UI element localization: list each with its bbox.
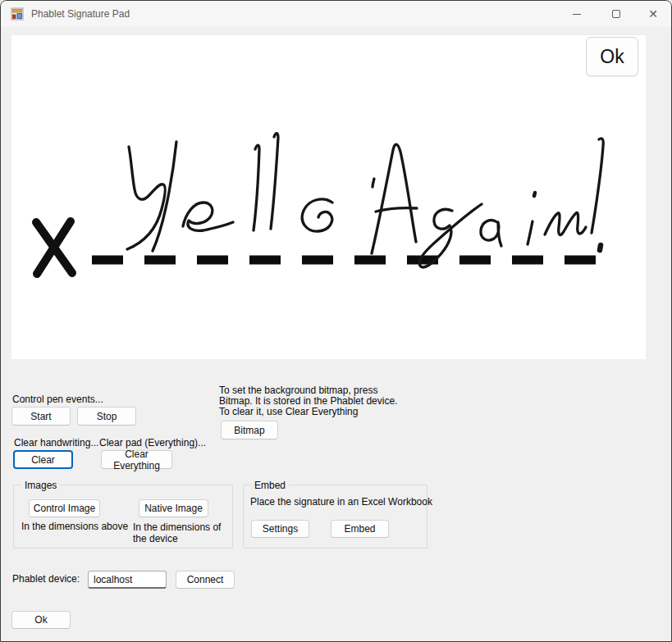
phablet-device-label: Phablet device: [12,573,80,585]
clear-pad-label: Clear pad (Everything)... [99,437,206,448]
maximize-icon[interactable] [597,1,635,27]
connect-button[interactable]: Connect [176,571,235,589]
bitmap-instructions: To set the background bitmap, press Bitm… [219,385,397,417]
ok-button-footer[interactable]: Ok [11,611,71,629]
pen-events-label: Control pen events... [12,394,103,405]
close-icon[interactable]: ✕ [634,1,672,27]
start-button[interactable]: Start [11,407,71,426]
embed-description: Place the signature in an Excel Workbook [250,497,427,508]
settings-button[interactable]: Settings [251,520,309,538]
images-groupbox: Images Control Image Native Image In the… [13,485,233,549]
device-host-input[interactable] [88,571,167,589]
window-title: Phablet Signature Pad [31,8,130,20]
ok-button-canvas[interactable]: Ok [586,37,638,76]
bitmap-button[interactable]: Bitmap [221,421,278,439]
embed-button[interactable]: Embed [331,520,389,538]
control-image-button[interactable]: Control Image [29,499,100,517]
embed-group-title: Embed [251,480,289,491]
embed-groupbox: Embed Place the signature in an Excel Wo… [243,485,427,549]
app-icon [11,7,24,20]
signature-pad-canvas[interactable]: Ok [11,35,646,359]
app-window: Phablet Signature Pad ─ ✕ [0,0,672,642]
clear-button[interactable]: Clear [13,450,73,469]
handwriting-drawing [11,35,646,359]
clear-everything-button[interactable]: Clear Everything [101,450,172,469]
stop-button[interactable]: Stop [77,407,136,426]
title-bar: Phablet Signature Pad ─ ✕ [1,1,671,27]
native-image-button[interactable]: Native Image [139,499,208,517]
clear-handwriting-label: Clear handwriting... [14,437,98,448]
images-group-title: Images [21,480,60,491]
control-image-caption: In the dimensions above [21,521,136,533]
bitmap-instructions-line3: To clear it, use Clear Everything [219,407,397,417]
minimize-icon[interactable]: ─ [558,1,596,27]
native-image-caption: In the dimensions of the device [133,522,223,544]
